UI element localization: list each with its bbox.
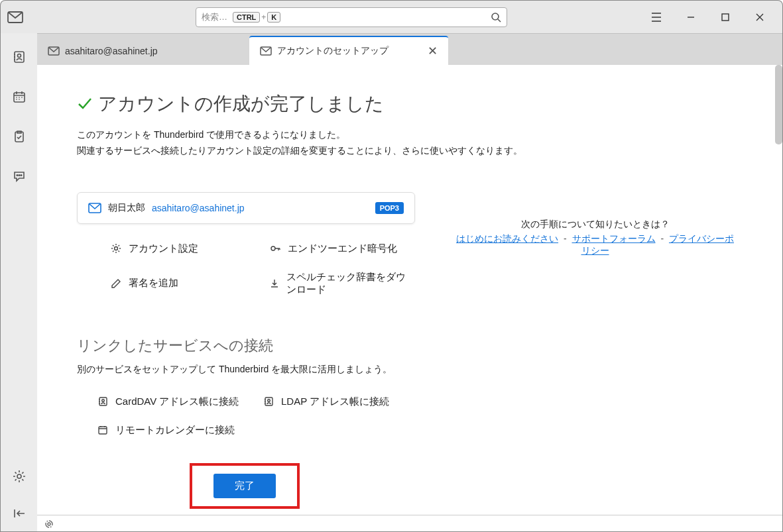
settings-gear-icon[interactable] bbox=[9, 466, 30, 487]
svg-point-15 bbox=[271, 246, 275, 250]
gear-icon bbox=[110, 243, 122, 254]
service-carddav[interactable]: CardDAV アドレス帳に接続 bbox=[97, 396, 249, 408]
action-e2e-encryption[interactable]: エンドツーエンド暗号化 bbox=[269, 242, 415, 255]
svg-point-17 bbox=[102, 399, 105, 402]
page-description: このアカウントを Thunderbird で使用できるようになりました。 関連す… bbox=[77, 127, 735, 159]
page-title: アカウントの作成が完了しました bbox=[98, 91, 384, 117]
link-support-forum[interactable]: サポートフォーラム bbox=[572, 233, 656, 244]
action-add-signature[interactable]: 署名を追加 bbox=[110, 271, 256, 296]
svg-point-4 bbox=[17, 54, 21, 58]
sync-icon[interactable] bbox=[44, 519, 54, 529]
tab-close-icon[interactable]: ✕ bbox=[428, 44, 438, 58]
sidebar bbox=[0, 33, 37, 532]
mail-icon bbox=[260, 46, 272, 56]
account-display-name: 朝日太郎 bbox=[108, 202, 145, 214]
svg-point-14 bbox=[115, 247, 118, 250]
help-question: 次の手順について知りたいときは？ bbox=[455, 219, 735, 231]
address-book-icon[interactable] bbox=[9, 46, 30, 68]
services-title: リンクしたサービスへの接続 bbox=[77, 336, 415, 356]
link-getting-started[interactable]: はじめにお読みください bbox=[456, 233, 558, 244]
search-placeholder: 検索… bbox=[202, 11, 227, 23]
svg-point-8 bbox=[19, 175, 20, 176]
tab-setup-label: アカウントのセットアップ bbox=[277, 45, 389, 57]
service-ldap[interactable]: LDAP アドレス帳に接続 bbox=[263, 396, 415, 408]
search-input[interactable]: 検索… CTRL + K bbox=[196, 7, 507, 27]
address-book-icon bbox=[263, 396, 274, 407]
close-icon[interactable] bbox=[751, 8, 769, 27]
collapse-icon[interactable] bbox=[9, 503, 30, 524]
tab-setup[interactable]: アカウントのセットアップ ✕ bbox=[249, 36, 448, 65]
svg-point-19 bbox=[268, 399, 271, 402]
svg-point-1 bbox=[492, 13, 499, 20]
account-email: asahitaro@asahinet.jp bbox=[152, 203, 245, 213]
account-card: 朝日太郎 asahitaro@asahinet.jp POP3 bbox=[77, 192, 415, 224]
success-check-icon bbox=[77, 97, 93, 111]
svg-rect-20 bbox=[99, 427, 107, 434]
titlebar: 検索… CTRL + K bbox=[0, 0, 783, 33]
svg-point-21 bbox=[48, 523, 50, 525]
tab-account[interactable]: asahitaro@asahinet.jp bbox=[37, 37, 249, 65]
services-desc: 別のサービスをセットアップして Thunderbird を最大限に活用しましょう… bbox=[77, 364, 415, 376]
action-account-settings[interactable]: アカウント設定 bbox=[110, 242, 256, 255]
key-icon bbox=[269, 243, 281, 254]
scrollbar[interactable] bbox=[775, 65, 782, 144]
mail-app-icon bbox=[6, 10, 25, 25]
kbd-k: K bbox=[267, 12, 280, 23]
action-download-dict[interactable]: スペルチェック辞書をダウンロード bbox=[269, 271, 415, 296]
help-links: 次の手順について知りたいときは？ はじめにお読みください - サポートフォーラム… bbox=[455, 192, 735, 257]
svg-point-9 bbox=[21, 175, 22, 176]
content-area: アカウントの作成が完了しました このアカウントを Thunderbird で使用… bbox=[37, 65, 775, 515]
done-button[interactable]: 完了 bbox=[213, 474, 276, 498]
download-icon bbox=[269, 278, 280, 289]
service-remote-calendar[interactable]: リモートカレンダーに接続 bbox=[97, 424, 249, 437]
minimize-icon[interactable] bbox=[682, 8, 700, 27]
kbd-plus: + bbox=[261, 13, 266, 22]
search-icon[interactable] bbox=[491, 12, 501, 23]
pencil-icon bbox=[110, 278, 122, 289]
calendar-icon[interactable] bbox=[9, 86, 30, 107]
hamburger-menu-icon[interactable] bbox=[647, 8, 666, 27]
mail-icon bbox=[88, 203, 101, 213]
maximize-icon[interactable] bbox=[716, 8, 735, 27]
mail-icon bbox=[48, 46, 60, 56]
statusbar bbox=[37, 515, 782, 532]
tasks-icon[interactable] bbox=[9, 126, 30, 147]
kbd-ctrl: CTRL bbox=[233, 12, 260, 23]
svg-point-10 bbox=[17, 474, 21, 478]
svg-rect-2 bbox=[722, 14, 729, 21]
svg-point-7 bbox=[17, 175, 18, 176]
chat-icon[interactable] bbox=[9, 166, 30, 187]
calendar-icon bbox=[97, 425, 109, 435]
protocol-badge: POP3 bbox=[375, 202, 404, 214]
tab-account-label: asahitaro@asahinet.jp bbox=[65, 46, 158, 56]
page-heading: アカウントの作成が完了しました bbox=[77, 91, 735, 117]
done-highlight: 完了 bbox=[190, 463, 300, 509]
address-book-icon bbox=[97, 396, 109, 407]
tabstrip: asahitaro@asahinet.jp アカウントのセットアップ ✕ bbox=[37, 33, 782, 65]
window-controls bbox=[647, 8, 777, 27]
